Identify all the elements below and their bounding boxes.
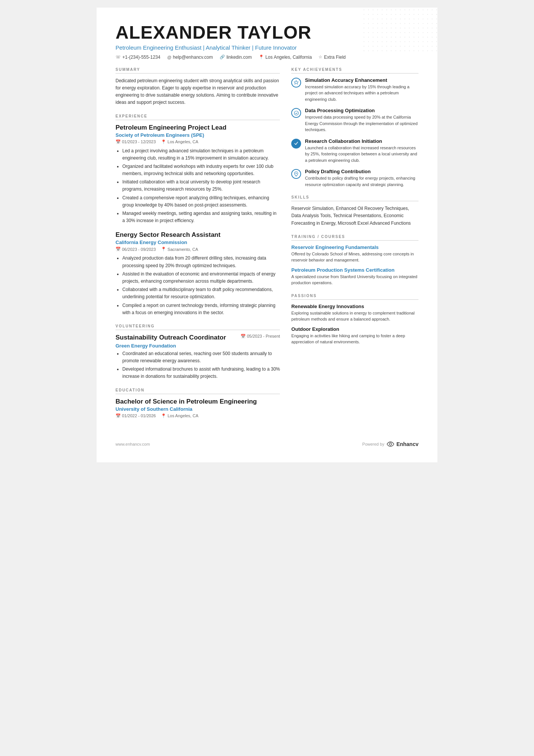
phone-text: +1-(234)-555-1234 [122,55,160,60]
training-1-title: Reservoir Engineering Fundamentals [291,244,418,250]
job-1-bullets: Led a project involving advanced simulat… [116,147,280,225]
job-2-dates: 📅 06/2023 - 09/2023 [116,247,156,252]
candidate-name: ALEXANDER TAYLOR [116,23,418,43]
header-section: ALEXANDER TAYLOR Petroleum Engineering E… [116,23,418,60]
job-1: Petroleum Engineering Project Lead Socie… [116,124,280,225]
extra-text: Extra Field [324,55,345,60]
achievement-4-icon [291,169,301,179]
bullet-item: Led a project involving advanced simulat… [122,147,280,162]
edu-dates: 📅 01/2022 - 01/2026 [116,413,156,418]
job-1-company: Society of Petroleum Engineers (SPE) [116,132,280,138]
experience-section: EXPERIENCE Petroleum Engineering Project… [116,114,280,316]
passions-section: PASSIONS Renewable Energy Innovations Ex… [291,294,418,345]
candidate-subtitle: Petroleum Engineering Enthusiast | Analy… [116,44,418,51]
enhancv-brand-name: Enhancv [397,441,418,447]
achievement-3-content: Research Collaboration Initiation Launch… [305,138,418,164]
bullet-item: Developed informational brochures to ass… [122,366,280,380]
linkedin-text: linkedin.com [226,55,252,60]
training-2: Petroleum Production Systems Certificati… [291,267,418,286]
left-column: SUMMARY Dedicated petroleum engineering … [116,67,280,426]
contact-location: 📍 Los Angeles, California [259,55,312,60]
footer-brand: Powered by Enhancv [362,441,418,447]
star-icon: ☆ [319,55,322,59]
experience-title: EXPERIENCE [116,114,280,120]
powered-by-text: Powered by [362,442,384,446]
training-2-desc: A specialized course from Stanford Unive… [291,274,418,286]
training-2-title: Petroleum Production Systems Certificati… [291,267,418,273]
vol-1-bullets: Coordinated an educational series, reach… [116,350,280,380]
contact-extra: ☆ Extra Field [319,55,345,60]
vol-1-org: Green Energy Foundation [116,343,280,349]
passion-2-title: Outdoor Exploration [291,326,418,332]
job-2-meta: 📅 06/2023 - 09/2023 📍 Sacramento, CA [116,247,280,252]
achievement-2-icon [291,108,301,118]
education-title: EDUCATION [116,388,280,394]
edu-1-meta: 📅 01/2022 - 01/2026 📍 Los Angeles, CA [116,413,280,418]
vol-1: Sustainability Outreach Coordinator 📅 05… [116,334,280,380]
job-1-location: 📍 Los Angeles, CA [161,139,198,144]
email-icon: @ [167,55,171,59]
education-section: EDUCATION Bachelor of Science in Petrole… [116,388,280,418]
achievement-1-title: Simulation Accuracy Enhancement [305,77,418,83]
job-2-location: 📍 Sacramento, CA [161,247,198,252]
vol-1-header: Sustainability Outreach Coordinator 📅 05… [116,334,280,342]
job-1-title: Petroleum Engineering Project Lead [116,124,280,131]
svg-point-2 [389,443,392,445]
job-2-bullets: Analyzed production data from 20 differe… [116,255,280,316]
footer-website: www.enhancv.com [116,442,150,446]
training-title: TRAINING / COURSES [291,235,418,241]
vol-1-date: 📅 05/2023 - Present [240,334,280,339]
email-text: help@enhancv.com [173,55,213,60]
achievement-1: Simulation Accuracy Enhancement Increase… [291,77,418,103]
location-text: Los Angeles, California [265,55,312,60]
achievement-4: Policy Drafting Contribution Contributed… [291,169,418,188]
passion-1-desc: Exploring sustainable solutions in energ… [291,310,418,322]
linkedin-icon: 🔗 [220,55,225,59]
bullet-item: Coordinated an educational series, reach… [122,350,280,365]
bullet-item: Organized and facilitated workshops with… [122,163,280,177]
contact-email: @ help@enhancv.com [167,55,213,60]
job-1-dates: 📅 01/2023 - 12/2023 [116,139,156,144]
achievement-4-desc: Contributed to policy drafting for energ… [305,175,418,188]
bullet-item: Collaborated with a multidisciplinary te… [122,286,280,301]
location-icon: 📍 [259,55,264,59]
skills-title: SKILLS [291,195,418,201]
achievement-2-content: Data Processing Optimization Improved da… [305,108,418,133]
vol-1-title: Sustainability Outreach Coordinator [116,334,226,341]
svg-point-1 [296,173,297,174]
achievement-1-content: Simulation Accuracy Enhancement Increase… [305,77,418,103]
location-icon-edu: 📍 [161,413,166,418]
achievement-1-icon [291,78,301,88]
bullet-item: Initiated collaboration with a local uni… [122,178,280,193]
calendar-icon-1: 📅 [116,139,121,144]
location-icon-1: 📍 [161,139,166,144]
bullet-item: Analyzed production data from 20 differe… [122,255,280,269]
bullet-item: Compiled a report on current technology … [122,302,280,316]
passions-title: PASSIONS [291,294,418,300]
achievement-4-title: Policy Drafting Contribution [305,169,418,174]
summary-text: Dedicated petroleum engineering student … [116,77,280,106]
training-1: Reservoir Engineering Fundamentals Offer… [291,244,418,263]
achievement-2: Data Processing Optimization Improved da… [291,108,418,133]
edu-location: 📍 Los Angeles, CA [161,413,198,418]
passion-2: Outdoor Exploration Engaging in activiti… [291,326,418,345]
achievement-4-content: Policy Drafting Contribution Contributed… [305,169,418,188]
job-1-meta: 📅 01/2023 - 12/2023 📍 Los Angeles, CA [116,139,280,144]
enhancv-logo-icon [386,441,395,447]
job-2-company: California Energy Commission [116,239,280,245]
job-2-title: Energy Sector Research Assistant [116,231,280,239]
svg-point-0 [294,111,298,115]
bullet-item: Created a comprehensive report analyzing… [122,194,280,209]
edu-1: Bachelor of Science in Petroleum Enginee… [116,398,280,418]
phone-icon: ☏ [116,55,121,59]
achievement-2-title: Data Processing Optimization [305,108,418,113]
summary-section: SUMMARY Dedicated petroleum engineering … [116,67,280,106]
contact-phone: ☏ +1-(234)-555-1234 [116,55,160,60]
contact-linkedin: 🔗 linkedin.com [220,55,252,60]
location-icon-2: 📍 [161,247,166,252]
right-column: KEY ACHIEVEMENTS Simulation Accuracy Enh… [291,67,418,426]
calendar-icon-edu: 📅 [116,413,121,418]
volunteering-title: VOLUNTEERING [116,324,280,330]
passion-1-title: Renewable Energy Innovations [291,304,418,309]
achievement-3-desc: Launched a collaboration that increased … [305,145,418,164]
